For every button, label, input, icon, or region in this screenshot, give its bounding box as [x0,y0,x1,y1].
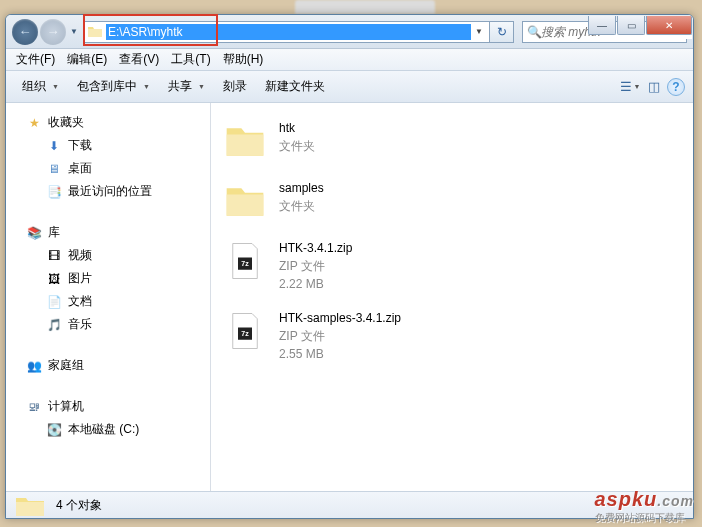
zip-file-icon: 7z [224,310,266,352]
include-label: 包含到库中 [77,78,137,95]
sidebar-item-downloads[interactable]: ⬇下载 [6,134,210,157]
share-button[interactable]: 共享▼ [160,74,213,99]
favorites-header[interactable]: ★ 收藏夹 [6,111,210,134]
forward-button[interactable]: → [40,19,66,45]
computer-label: 计算机 [48,398,84,415]
folder-icon [14,494,46,518]
file-item[interactable]: 7zHTK-samples-3.4.1.zipZIP 文件2.55 MB [219,305,685,367]
picture-icon: 🖼 [46,271,62,287]
explorer-body: ★ 收藏夹 ⬇下载 🖥桌面 📑最近访问的位置 📚 库 🎞视频 🖼图片 📄文档 🎵… [6,103,693,491]
favorites-group: ★ 收藏夹 ⬇下载 🖥桌面 📑最近访问的位置 [6,111,210,203]
file-size: 2.22 MB [279,275,352,293]
file-name: samples [279,179,324,197]
organize-button[interactable]: 组织▼ [14,74,67,99]
view-options-button[interactable]: ☰▼ [619,76,641,98]
libraries-header[interactable]: 📚 库 [6,221,210,244]
sidebar-item-documents[interactable]: 📄文档 [6,290,210,313]
nav-buttons: ← → ▼ [12,19,80,45]
file-name: htk [279,119,315,137]
help-button[interactable]: ? [667,78,685,96]
homegroup-icon: 👥 [26,358,42,374]
svg-text:7z: 7z [241,260,249,267]
download-icon: ⬇ [46,138,62,154]
file-type: 文件夹 [279,137,315,155]
include-library-button[interactable]: 包含到库中▼ [69,74,158,99]
file-type: 文件夹 [279,197,324,215]
address-dropdown-icon[interactable]: ▼ [471,27,487,36]
homegroup-header[interactable]: 👥 家庭组 [6,354,210,377]
file-item[interactable]: 7zHTK-3.4.1.zipZIP 文件2.22 MB [219,235,685,297]
back-button[interactable]: ← [12,19,38,45]
drive-icon: 💽 [46,422,62,438]
status-bar: 4 个对象 [6,491,693,519]
minimize-button[interactable]: ― [588,16,616,35]
sidebar-item-label: 最近访问的位置 [68,183,152,200]
chevron-down-icon: ▼ [143,83,150,90]
chevron-down-icon: ▼ [634,83,641,90]
file-list: htk文件夹samples文件夹7zHTK-3.4.1.zipZIP 文件2.2… [211,103,693,491]
address-input[interactable] [106,24,471,40]
library-icon: 📚 [26,225,42,241]
new-folder-button[interactable]: 新建文件夹 [257,74,333,99]
file-size: 2.55 MB [279,345,401,363]
menu-tools[interactable]: 工具(T) [165,49,216,70]
sidebar-item-desktop[interactable]: 🖥桌面 [6,157,210,180]
menu-edit[interactable]: 编辑(E) [61,49,113,70]
sidebar-item-pictures[interactable]: 🖼图片 [6,267,210,290]
folder-icon [87,24,103,40]
nav-history-dropdown[interactable]: ▼ [68,27,80,36]
computer-group: 🖳 计算机 💽本地磁盘 (C:) [6,395,210,441]
menu-view[interactable]: 查看(V) [113,49,165,70]
file-type: ZIP 文件 [279,257,352,275]
close-button[interactable]: ✕ [646,16,692,35]
recent-icon: 📑 [46,184,62,200]
burn-button[interactable]: 刻录 [215,74,255,99]
command-bar: 组织▼ 包含到库中▼ 共享▼ 刻录 新建文件夹 ☰▼ ◫ ? [6,71,693,103]
share-label: 共享 [168,78,192,95]
file-item[interactable]: htk文件夹 [219,115,685,167]
sidebar-item-drive-c[interactable]: 💽本地磁盘 (C:) [6,418,210,441]
file-item[interactable]: samples文件夹 [219,175,685,227]
homegroup-group: 👥 家庭组 [6,354,210,377]
sidebar-item-label: 本地磁盘 (C:) [68,421,139,438]
menu-file[interactable]: 文件(F) [10,49,61,70]
file-name: HTK-samples-3.4.1.zip [279,309,401,327]
favorites-label: 收藏夹 [48,114,84,131]
zip-file-icon: 7z [224,240,266,282]
refresh-button[interactable]: ↻ [490,21,514,43]
libraries-group: 📚 库 🎞视频 🖼图片 📄文档 🎵音乐 [6,221,210,336]
watermark: aspku.com 免费网站源码下载库 [595,488,695,525]
music-icon: 🎵 [46,317,62,333]
computer-icon: 🖳 [26,399,42,415]
preview-pane-button[interactable]: ◫ [643,76,665,98]
search-icon: 🔍 [527,25,541,39]
watermark-main: aspku [595,488,658,510]
navigation-pane: ★ 收藏夹 ⬇下载 🖥桌面 📑最近访问的位置 📚 库 🎞视频 🖼图片 📄文档 🎵… [6,103,211,491]
background-tab-blur [295,0,435,14]
sidebar-item-label: 音乐 [68,316,92,333]
address-bar-container: ▼ ↻ [84,20,514,44]
menu-help[interactable]: 帮助(H) [217,49,270,70]
window-controls: ― ▭ ✕ [587,16,692,36]
computer-header[interactable]: 🖳 计算机 [6,395,210,418]
video-icon: 🎞 [46,248,62,264]
folder-icon [223,119,267,163]
file-type: ZIP 文件 [279,327,401,345]
document-icon: 📄 [46,294,62,310]
file-name: HTK-3.4.1.zip [279,239,352,257]
desktop-icon: 🖥 [46,161,62,177]
svg-text:7z: 7z [241,330,249,337]
sidebar-item-music[interactable]: 🎵音乐 [6,313,210,336]
sidebar-item-label: 视频 [68,247,92,264]
maximize-button[interactable]: ▭ [617,16,645,35]
folder-icon [223,179,267,223]
watermark-suffix: .com [657,493,694,509]
sidebar-item-videos[interactable]: 🎞视频 [6,244,210,267]
organize-label: 组织 [22,78,46,95]
address-bar[interactable]: ▼ [84,21,490,43]
status-count: 4 个对象 [56,497,102,514]
watermark-sub: 免费网站源码下载库 [595,511,695,525]
star-icon: ★ [26,115,42,131]
sidebar-item-recent[interactable]: 📑最近访问的位置 [6,180,210,203]
chevron-down-icon: ▼ [52,83,59,90]
